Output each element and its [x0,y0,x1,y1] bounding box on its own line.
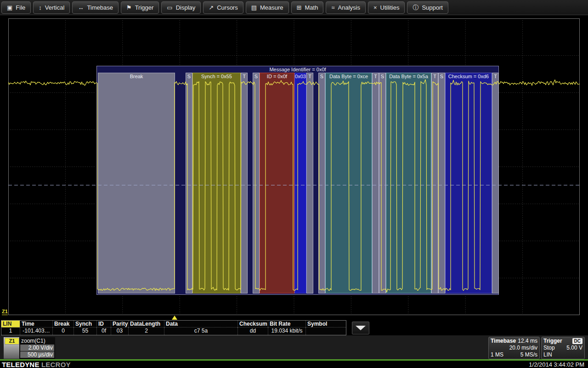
table-cell-lin[interactable]: 1 [1,328,20,335]
table-header-symbol: Symbol [305,321,346,328]
menu-button-math[interactable]: ⊞Math [291,1,324,14]
menu-button-file[interactable]: ▣File [1,1,31,14]
menu-label: Utilities [380,4,400,11]
table-cell-break[interactable]: 0 [52,328,74,335]
table-header-id: ID [96,321,111,328]
menu-label: Cursors [217,4,238,11]
menu-label: Support [422,4,443,11]
table-cell-synch[interactable]: 55 [74,328,96,335]
waveform-trace [8,18,580,315]
menu-button-measure[interactable]: ▤Measure [246,1,289,14]
menu-label: Measure [260,4,283,11]
timebase-offset: 12.4 ms [518,338,537,345]
trigger-title: Trigger [543,338,562,345]
menu-button-cursors[interactable]: ↗Cursors [203,1,243,14]
table-header-data: Data [164,321,237,328]
timebase-sample-rate: 5 MS/s [520,351,537,358]
table-header-datalength: DataLength [128,321,164,328]
zoom-trace-descriptor[interactable]: Z1 zoom(C1) 2.00 V/div 500 µs/div [4,337,55,359]
utilities-icon: × [373,5,377,11]
table-header-checksum: Checksum [237,321,268,328]
menu-label: File [16,4,25,11]
timebase-title: Timebase [491,338,516,345]
waveform-plot-area: Message Identifier = 0x0f BreakSSynch = … [0,16,588,319]
table-header-time: Time [20,321,52,328]
timebase-descriptor[interactable]: Timebase12.4 ms 20.0 ms/div 1 MS5 MS/s [488,337,540,359]
menu-button-timebase[interactable]: ↔Timebase [72,1,119,14]
zoom-volts-per-div: 2.00 V/div [20,345,54,351]
trigger-position-marker[interactable] [172,316,177,320]
cursors-icon: ↗ [209,5,214,11]
z1-trace-label: Z1 [2,309,8,315]
table-cell-id[interactable]: 0f [96,328,111,335]
trigger-descriptor[interactable]: TriggerDC Stop5.00 V LIN [541,337,585,359]
table-cell-data[interactable]: c7 5a [164,328,237,335]
table-header-synch: Synch [74,321,96,328]
timebase-scale: 20.0 ms/div [509,345,537,351]
table-header-bit-rate: Bit Rate [268,321,305,328]
trigger-level: 5.00 V [566,345,582,351]
table-expand-button[interactable] [352,322,369,334]
table-cell-symbol[interactable] [305,328,346,335]
menu-button-display[interactable]: ▭Display [161,1,201,14]
menu-bar: ▣File↕Vertical↔Timebase⚑Trigger▭Display↗… [0,0,588,15]
brand-logo: TELEDYNE LECROY [2,361,71,368]
zoom-source: zoom(C1) [21,338,54,344]
footer-bar: TELEDYNE LECROY 1/2/2014 3:44:02 PM [0,361,588,368]
table-cell-bit-rate[interactable]: 19.034 kbit/s [268,328,305,335]
vertical-icon: ↕ [39,5,42,11]
table-cell-datalength[interactable]: 2 [128,328,164,335]
trigger-coupling-badge: DC [572,338,582,344]
timebase-icon: ↔ [78,5,84,11]
table-cell-checksum[interactable]: dd [237,328,268,335]
datetime-display: 1/2/2014 3:44:02 PM [529,361,584,368]
menu-label: Trigger [135,4,154,11]
display-icon: ▭ [167,5,172,11]
lin-decode-table[interactable]: LINTimeBreakSynchIDParityDataLengthDataC… [1,320,346,335]
file-icon: ▣ [7,5,12,11]
menu-button-utilities[interactable]: ×Utilities [368,1,405,14]
table-header-lin: LIN [1,321,20,328]
table-header-parity: Parity [111,321,128,328]
zoom-time-per-div: 500 µs/div [20,351,54,358]
oscilloscope-app: ▣File↕Vertical↔Timebase⚑Trigger▭Display↗… [0,0,588,368]
menu-button-vertical[interactable]: ↕Vertical [33,1,70,14]
measure-icon: ▤ [251,5,257,11]
table-cell-parity[interactable]: 03 [111,328,128,335]
menu-button-trigger[interactable]: ⚑Trigger [121,1,159,14]
analysis-icon: ≈ [331,5,334,11]
trigger-icon: ⚑ [126,5,132,11]
trigger-source: LIN [543,351,552,358]
chevron-down-icon [356,326,366,330]
menu-label: Display [176,4,196,11]
z1-badge: Z1 [5,338,19,345]
menu-label: Analysis [338,4,360,11]
menu-label: Math [305,4,318,11]
timebase-samples: 1 MS [491,351,503,358]
math-icon: ⊞ [297,5,302,11]
menu-label: Vertical [45,4,65,11]
support-icon: ⓘ [413,5,418,11]
menu-button-analysis[interactable]: ≈Analysis [326,1,366,14]
menu-button-support[interactable]: ⓘSupport [407,1,448,14]
table-cell-time[interactable]: -101.403… [20,328,52,335]
trigger-mode: Stop [543,345,555,351]
menu-label: Timebase [87,4,113,11]
table-header-break: Break [52,321,74,328]
